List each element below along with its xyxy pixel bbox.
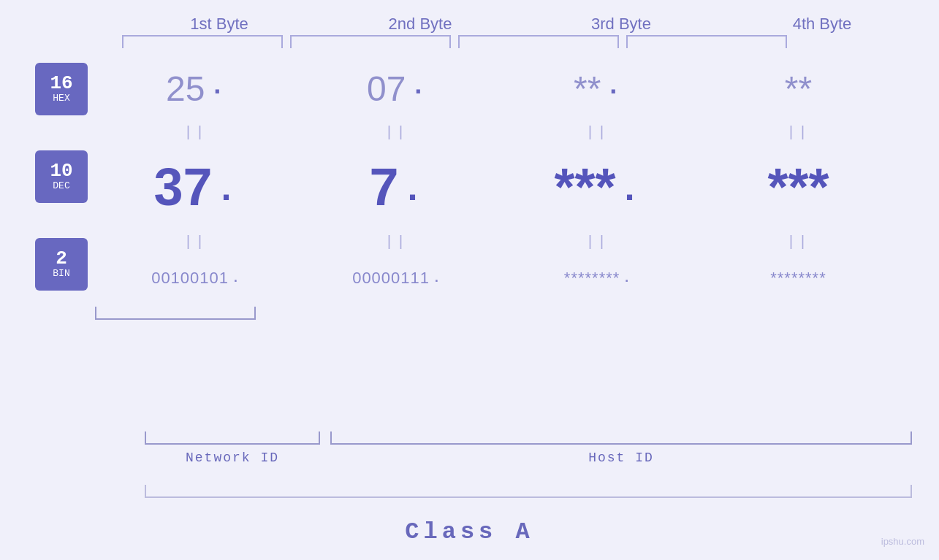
dec-data-row: 37 . 7 . *** . *** <box>95 143 899 231</box>
hex-badge: 16 HEX <box>35 63 88 115</box>
bin-b3-cell: ******** . <box>514 269 682 288</box>
bin-b4-cell: ******** <box>715 269 883 288</box>
dec-b2-value: 7 <box>369 157 398 217</box>
bracket-network-id <box>95 307 256 320</box>
hex-badge-num: 16 <box>50 74 72 93</box>
byte1-header: 1st Byte <box>135 15 303 34</box>
hex-data-row: 25 . 07 . ** . ** <box>95 55 899 121</box>
dec-b3-dot: . <box>619 169 641 211</box>
eq2-b3: || <box>514 234 682 250</box>
eq1-b2: || <box>313 124 481 141</box>
hex-b1-dot: . <box>209 72 225 101</box>
eq2-b1: || <box>112 234 280 250</box>
bin-b1-value: 00100101 <box>151 269 229 288</box>
dec-b1-cell: 37 . <box>112 157 280 217</box>
bracket-byte4 <box>626 35 787 48</box>
hex-b4-cell: ** <box>715 69 883 109</box>
bin-b1-cell: 00100101 . <box>112 269 280 288</box>
rows-area: 25 . 07 . ** . ** || || || <box>95 55 899 320</box>
hex-b2-cell: 07 . <box>313 69 481 109</box>
dec-b1-dot: . <box>216 169 237 211</box>
equals-row-2: || || || || <box>95 231 899 253</box>
dec-b4-cell: *** <box>715 157 883 217</box>
hex-badge-label: HEX <box>53 93 69 104</box>
dec-b3-cell: *** . <box>514 157 682 217</box>
bin-badge: 2 BIN <box>35 238 88 291</box>
id-labels-row: Network ID Host ID <box>145 450 912 465</box>
byte2-header: 2nd Byte <box>336 15 504 34</box>
watermark: ipshu.com <box>881 536 924 547</box>
hex-b3-dot: . <box>605 72 621 101</box>
bin-badge-label: BIN <box>53 268 69 280</box>
network-id-label: Network ID <box>145 450 320 465</box>
dec-badge: 10 DEC <box>35 150 88 203</box>
bin-b1-dot: . <box>232 271 240 285</box>
byte4-header: 4th Byte <box>738 15 906 34</box>
bin-b4-value: ******** <box>770 269 826 288</box>
dec-b2-cell: 7 . <box>313 157 481 217</box>
main-container: 1st Byte 2nd Byte 3rd Byte 4th Byte 16 H… <box>0 0 939 560</box>
host-id-label: Host ID <box>330 450 912 465</box>
bin-b2-value: 00000111 <box>352 269 430 288</box>
hex-b2-dot: . <box>410 72 426 101</box>
hex-b2-value: 07 <box>367 69 406 109</box>
bracket-spacer <box>263 307 424 320</box>
bin-b3-dot: . <box>623 271 631 285</box>
dec-b1-value: 37 <box>153 157 212 217</box>
equals-row-1: || || || || <box>95 121 899 143</box>
hex-b3-value: ** <box>574 69 601 109</box>
class-label: Class A <box>0 518 939 545</box>
hex-b1-cell: 25 . <box>112 69 280 109</box>
byte3-header: 3rd Byte <box>537 15 705 34</box>
top-brackets <box>122 35 926 48</box>
bin-b3-value: ******** <box>564 269 620 288</box>
hex-b4-value: ** <box>785 69 812 109</box>
dec-b4-value: *** <box>767 157 829 217</box>
eq2-b4: || <box>715 234 883 250</box>
bracket-containers <box>145 431 912 445</box>
eq1-b4: || <box>715 124 883 141</box>
hex-b3-cell: ** . <box>514 69 682 109</box>
bin-b2-cell: 00000111 . <box>313 269 481 288</box>
bracket-byte2 <box>290 35 451 48</box>
content-area: 16 HEX 10 DEC 2 BIN 25 <box>0 55 939 320</box>
bracket-byte1 <box>122 35 283 48</box>
host-id-bracket <box>330 431 912 445</box>
eq1-b1: || <box>112 124 280 141</box>
id-bracket-section: Network ID Host ID <box>145 431 912 465</box>
badges-column: 16 HEX 10 DEC 2 BIN <box>35 55 88 320</box>
bin-badge-num: 2 <box>56 249 67 268</box>
byte-headers: 1st Byte 2nd Byte 3rd Byte 4th Byte <box>119 15 923 34</box>
class-bracket <box>145 485 912 498</box>
eq1-b3: || <box>514 124 682 141</box>
eq2-b2: || <box>313 234 481 250</box>
bin-b2-dot: . <box>433 271 441 285</box>
dec-b2-dot: . <box>402 169 424 211</box>
dec-badge-num: 10 <box>50 161 72 180</box>
network-id-bracket <box>145 431 320 445</box>
dec-b3-value: *** <box>554 157 615 217</box>
bracket-byte3 <box>458 35 619 48</box>
hex-b1-value: 25 <box>166 69 205 109</box>
dec-badge-label: DEC <box>53 180 69 192</box>
bin-data-row: 00100101 . 00000111 . ******** . *******… <box>95 253 899 304</box>
bottom-brackets <box>95 307 899 320</box>
